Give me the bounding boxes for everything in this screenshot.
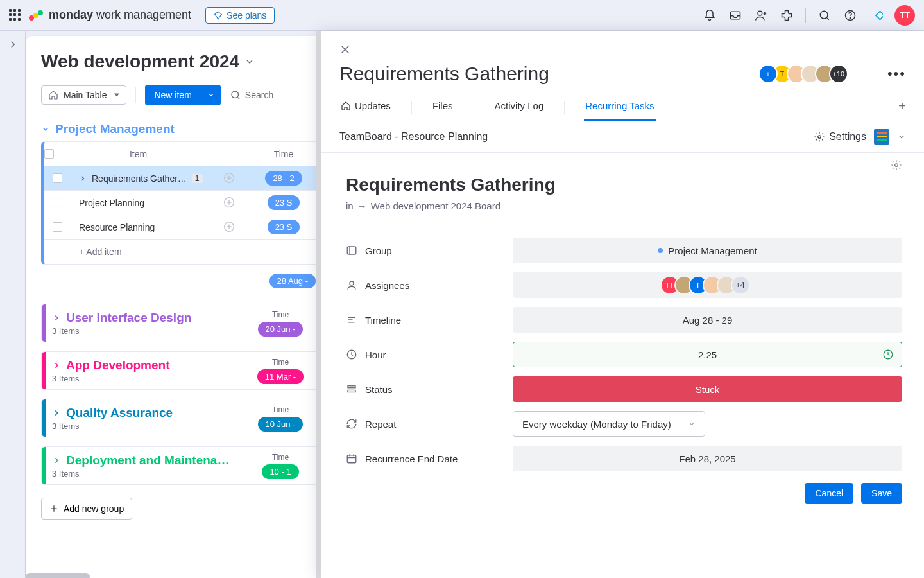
more-options-icon[interactable]: ••• (887, 66, 906, 82)
monday-logo-icon (28, 8, 44, 23)
svg-rect-14 (877, 132, 887, 134)
row-checkbox[interactable] (53, 173, 62, 183)
status-icon (346, 383, 357, 395)
row-checkbox[interactable] (53, 222, 62, 232)
close-icon[interactable] (339, 44, 351, 55)
topbar: monday work management See plans TT (0, 0, 924, 31)
board-search[interactable]: Search (230, 89, 273, 101)
conversation-icon[interactable] (207, 220, 252, 234)
search-icon[interactable] (817, 8, 832, 22)
assignees-field[interactable]: TT T +4 (513, 272, 902, 298)
timeline-pill: 10 - 1 (262, 464, 298, 479)
horizontal-scrollbar[interactable] (26, 573, 90, 578)
extensions-icon[interactable] (780, 8, 794, 22)
new-item-button[interactable]: New item (145, 85, 220, 105)
group-name: App Development (66, 358, 170, 372)
cancel-button[interactable]: Cancel (805, 483, 853, 504)
scroll-indicator (316, 31, 321, 578)
select-all-checkbox[interactable] (44, 149, 54, 159)
diamond-icon (214, 11, 223, 20)
field-label: Hour (365, 349, 386, 360)
inbox-icon[interactable] (728, 8, 742, 22)
svg-point-0 (29, 15, 34, 21)
add-subscriber-icon[interactable]: + (758, 64, 778, 83)
status-field[interactable]: Stuck (513, 376, 902, 402)
timeline-pill[interactable]: 23 S (268, 195, 300, 210)
product-switcher-icon[interactable] (869, 8, 883, 22)
board-title[interactable]: Web development 2024 (26, 51, 316, 72)
svg-point-17 (895, 164, 898, 167)
collapsed-group[interactable]: App Development 3 Items Time 11 Mar - (41, 351, 316, 390)
group-name: Deployment and Maintena… (66, 453, 229, 468)
svg-point-9 (232, 91, 239, 98)
people-icon (346, 279, 357, 291)
collapsed-group[interactable]: Quality Assurance 3 Items Time 10 Jun - (41, 399, 316, 437)
svg-rect-23 (348, 390, 355, 392)
hour-field[interactable]: 2.25 (513, 342, 902, 367)
item-name[interactable]: Resource Planning (79, 222, 155, 232)
board-area: Web development 2024 Main Table New item… (26, 36, 316, 578)
group-name: User Interface Design (66, 311, 191, 325)
save-button[interactable]: Save (861, 483, 902, 504)
add-group-button[interactable]: Add new group (41, 498, 132, 520)
subscribers-stack[interactable]: + T +10 (764, 64, 848, 83)
panel-title[interactable]: Requirements Gathering (339, 63, 764, 85)
column-timeline: Time (272, 310, 289, 319)
repeat-select[interactable]: Every weekday (Monday to Friday) (513, 411, 705, 437)
table-row[interactable]: Resource Planning 23 S (44, 215, 316, 240)
svg-rect-22 (348, 386, 355, 388)
tab-updates[interactable]: Updates (339, 95, 392, 121)
row-checkbox[interactable] (53, 198, 62, 207)
table-row[interactable]: Project Planning 23 S (44, 191, 316, 215)
home-icon (48, 90, 58, 100)
add-item-input[interactable]: + Add item (44, 240, 316, 264)
svg-point-7 (850, 17, 850, 18)
chevron-right-icon (52, 408, 61, 417)
group-name: Quality Assurance (66, 406, 173, 420)
conversation-icon[interactable] (207, 196, 252, 210)
svg-point-1 (33, 13, 38, 18)
add-tab-icon[interactable]: + (898, 99, 906, 118)
teamboard-logo-icon[interactable] (874, 129, 889, 144)
chevron-right-icon (52, 313, 61, 322)
column-timeline[interactable]: Time (252, 149, 316, 159)
timeline-pill[interactable]: 28 - 2 (265, 171, 302, 186)
group-header-project-management[interactable]: Project Management (41, 122, 316, 136)
field-label: Timeline (365, 315, 401, 326)
svg-point-19 (350, 281, 354, 285)
timeline-pill: 11 Mar - (257, 369, 304, 384)
item-name[interactable]: Project Planning (79, 198, 144, 208)
collapsed-group[interactable]: User Interface Design 3 Items Time 20 Ju… (41, 304, 316, 342)
chevron-down-icon[interactable] (897, 132, 906, 141)
chevron-right-icon[interactable] (79, 175, 87, 182)
tab-recurring-tasks[interactable]: Recurring Tasks (584, 95, 655, 121)
table-row[interactable]: Requirements Gather… 1 28 - 2 (44, 166, 316, 191)
tab-files[interactable]: Files (431, 95, 454, 121)
divider (860, 65, 860, 83)
timeline-pill[interactable]: 23 S (268, 220, 300, 234)
view-selector[interactable]: Main Table (41, 85, 126, 105)
user-avatar[interactable]: TT (894, 5, 915, 26)
avatar-more: +10 (829, 64, 848, 83)
invite-icon[interactable] (754, 8, 768, 22)
notifications-icon[interactable] (703, 8, 717, 22)
gear-icon[interactable] (891, 159, 902, 171)
group-item-count: 3 Items (52, 421, 239, 431)
tab-activity-log[interactable]: Activity Log (493, 95, 545, 121)
apps-menu-icon[interactable] (9, 9, 22, 22)
column-item[interactable]: Item (70, 149, 207, 159)
see-plans-button[interactable]: See plans (205, 7, 275, 24)
conversation-icon[interactable] (207, 171, 252, 186)
settings-button[interactable]: Settings (814, 131, 866, 143)
avatar-more: +4 (731, 276, 750, 295)
collapsed-group[interactable]: Deployment and Maintena… 3 Items Time 10… (41, 446, 316, 485)
item-name[interactable]: Requirements Gather… (92, 173, 187, 184)
table-header: Item Time (44, 142, 316, 166)
help-icon[interactable] (843, 8, 857, 22)
expand-sidebar-icon[interactable] (7, 39, 19, 50)
recurrence-end-field[interactable]: Feb 28, 2025 (513, 446, 902, 471)
chevron-right-icon (52, 456, 61, 465)
chevron-down-icon[interactable] (201, 87, 221, 103)
group-field[interactable]: Project Management (513, 238, 902, 263)
timeline-field[interactable]: Aug 28 - 29 (513, 307, 902, 333)
